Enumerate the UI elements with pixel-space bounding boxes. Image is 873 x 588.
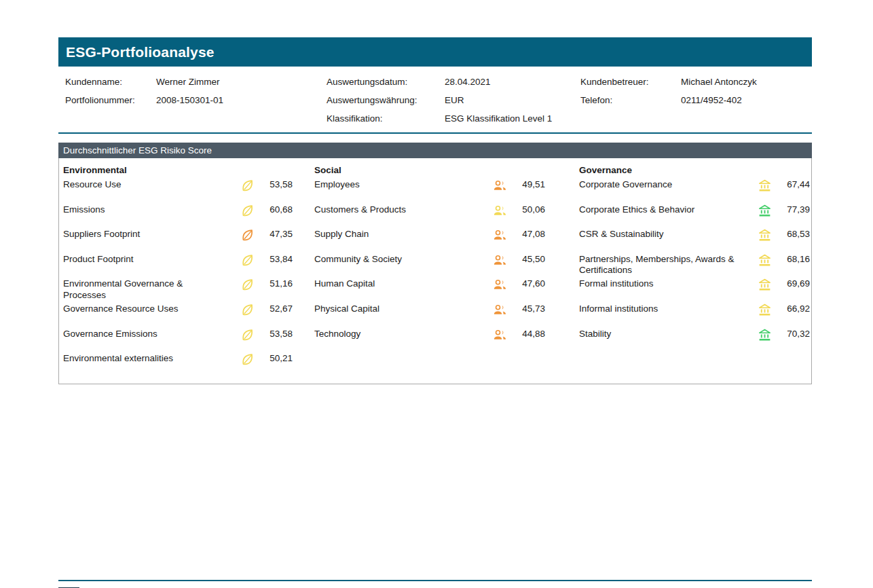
section-title: Durchschnittlicher ESG Risiko Score [63,145,212,155]
column-entries: Resource Use 53,58 Emissions 60,68 Suppl… [63,179,293,378]
table-row: Employees 49,51 [314,179,545,204]
page-title: ESG-Portfolioanalyse [66,44,215,60]
people-icon [493,179,507,193]
row-value: 51,16 [259,278,293,290]
info-label-auswertungsdatum: Auswertungsdatum: [327,77,445,87]
row-label: Customers & Products [314,204,473,216]
people-icon [493,253,507,268]
table-row: Corporate Ethics & Behavior 77,39 [579,204,810,229]
row-value: 53,58 [259,328,293,340]
row-label: Community & Society [314,253,473,265]
row-label: Physical Capital [314,303,473,315]
row-label: Resource Use [63,179,222,191]
table-row: Informal institutions 66,92 [579,303,810,328]
row-value: 49,51 [511,179,545,191]
info-label-kundenbetreuer: Kundenbetreuer: [580,77,681,87]
row-label: Formal institutions [579,278,738,290]
info-label-klassifikation: Klassifikation: [327,113,445,124]
row-label: Emissions [63,204,222,216]
people-icon [493,278,507,292]
leaf-icon [240,179,255,193]
table-row: Formal institutions 69,69 [579,278,810,303]
table-row: Supply Chain 47,08 [314,228,545,253]
table-row: Human Capital 47,60 [314,278,545,303]
row-value: 50,21 [259,352,293,365]
leaf-icon [240,328,255,342]
report-title-bar: ESG-Portfolioanalyse [58,37,812,67]
row-label: Stability [579,328,738,340]
table-row: Emissions 60,68 [63,204,293,229]
column-entries: Corporate Governance 67,44 Corporate Eth… [579,179,810,352]
leaf-icon [240,253,255,268]
row-value: 70,32 [776,328,810,340]
row-value: 47,60 [511,278,545,290]
bank-icon [758,328,772,342]
leaf-icon [240,204,255,218]
row-value: 60,68 [259,204,293,216]
table-row: Environmental externalities 50,21 [63,352,293,378]
row-value: 69,69 [776,278,810,290]
leaf-icon [240,228,255,242]
table-row: Customers & Products 50,06 [314,204,545,229]
people-icon [493,303,507,317]
info-label-kundenname: Kundenname: [65,77,156,87]
info-value-telefon: 0211/4952-402 [681,95,812,105]
row-label: Supply Chain [314,228,473,240]
table-row: Environmental Governance & Processes 51,… [63,278,293,303]
column-governance: Governance Corporate Governance 67,44 Co… [575,161,813,384]
bank-icon [758,303,772,317]
row-value: 68,53 [776,228,810,240]
row-label: Governance Emissions [63,328,222,340]
table-row: Technology 44,88 [314,328,545,353]
page-footer: Infront Coverage bei Fonds wird berücksi… [58,580,812,588]
column-environmental: Environmental Resource Use 53,58 Emissio… [59,161,310,384]
table-row: Governance Resource Uses 52,67 [63,303,293,328]
row-value: 52,67 [259,303,293,315]
column-header: Governance [579,161,810,179]
row-value: 66,92 [776,303,810,315]
people-icon [493,328,507,342]
table-row: Community & Society 45,50 [314,253,545,278]
table-row: Corporate Governance 67,44 [579,179,810,204]
row-value: 50,06 [511,204,545,216]
row-value: 45,73 [511,303,545,315]
row-value: 45,50 [511,253,545,265]
table-row: Stability 70,32 [579,328,810,353]
info-value-klassifikation: ESG Klassifikation Level 1 [445,113,580,124]
divider-rule [58,132,812,134]
row-label: Environmental Governance & Processes [63,278,222,301]
people-icon [493,228,507,242]
row-label: Technology [314,328,473,340]
table-row: Product Footprint 53,84 [63,253,293,278]
column-header: Environmental [63,161,293,179]
row-value: 68,16 [776,253,810,265]
info-value-kundenbetreuer: Michael Antonczyk [681,77,812,87]
info-value-kundenname: Werner Zimmer [156,77,327,87]
leaf-icon [240,278,255,292]
column-entries: Employees 49,51 Customers & Products 50,… [314,179,545,352]
bank-icon [758,278,772,292]
leaf-icon [240,352,255,367]
row-label: CSR & Sustainability [579,228,738,240]
row-label: Human Capital [314,278,473,290]
section-header: Durchschnittlicher ESG Risiko Score [58,143,812,158]
info-label-auswertungswaehrung: Auswertungswährung: [327,95,445,105]
row-value: 53,84 [259,253,293,265]
info-label-telefon: Telefon: [580,95,681,105]
table-row: Suppliers Footprint 47,35 [63,228,293,253]
row-value: 44,88 [511,328,545,340]
people-icon [493,204,507,218]
row-label: Employees [314,179,473,191]
table-row: CSR & Sustainability 68,53 [579,228,810,253]
info-value-auswertungsdatum: 28.04.2021 [445,77,580,87]
info-value-portfolionummer: 2008-150301-01 [156,95,327,105]
bank-icon [758,228,772,242]
leaf-icon [240,303,255,317]
row-label: Suppliers Footprint [63,228,222,240]
row-label: Corporate Governance [579,179,738,191]
bank-icon [758,253,772,268]
bank-icon [758,179,772,193]
table-row: Physical Capital 45,73 [314,303,545,328]
row-label: Informal institutions [579,303,738,315]
esg-score-section: Durchschnittlicher ESG Risiko Score Envi… [58,143,812,384]
